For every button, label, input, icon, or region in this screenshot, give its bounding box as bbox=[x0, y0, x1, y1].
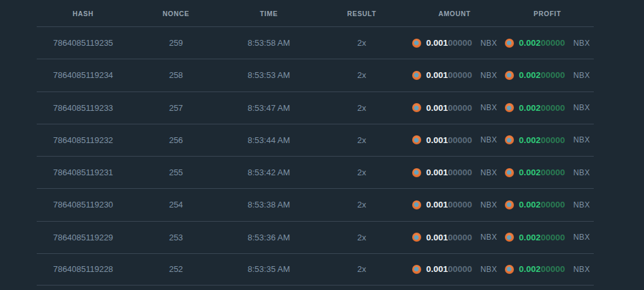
result-cell: 2x bbox=[316, 200, 408, 209]
table-row[interactable]: 7864085119232 256 8:53:44 AM 2x 0.001000… bbox=[37, 124, 594, 156]
amount-cell: 0.00100000 NBX bbox=[408, 233, 501, 242]
hash-cell: 7864085119228 bbox=[37, 264, 129, 274]
result-cell: 2x bbox=[316, 103, 408, 113]
amount-value: 0.00100000 bbox=[426, 38, 472, 48]
profit-cell: 0.00200000 NBX bbox=[501, 135, 594, 145]
hash-cell: 7864085119230 bbox=[37, 200, 129, 209]
profit-currency-label: NBX bbox=[573, 265, 590, 274]
profit-currency-label: NBX bbox=[573, 39, 590, 48]
nonce-cell: 257 bbox=[129, 103, 222, 113]
amount-value: 0.00100000 bbox=[426, 233, 472, 242]
coin-center-dot bbox=[414, 202, 419, 207]
result-cell: 2x bbox=[316, 264, 408, 274]
bet-history-table: HASH NONCE TIME RESULT AMOUNT PROFIT 786… bbox=[37, 0, 594, 285]
coin-center-dot bbox=[414, 41, 419, 45]
coin-icon bbox=[505, 200, 514, 209]
profit-value: 0.00200000 bbox=[519, 264, 565, 274]
profit-currency-label: NBX bbox=[573, 103, 590, 112]
amount-cell: 0.00100000 NBX bbox=[408, 264, 501, 274]
nonce-cell: 259 bbox=[129, 38, 222, 48]
coin-icon bbox=[505, 135, 514, 144]
hash-cell: 7864085119231 bbox=[37, 168, 129, 177]
profit-cell: 0.00200000 NBX bbox=[501, 38, 594, 48]
profit-currency-label: NBX bbox=[573, 71, 590, 80]
amount-cell: 0.00100000 NBX bbox=[408, 168, 501, 177]
hash-cell: 7864085119234 bbox=[37, 70, 129, 80]
time-cell: 8:53:53 AM bbox=[222, 70, 315, 80]
amount-cell: 0.00100000 NBX bbox=[408, 70, 501, 80]
coin-icon bbox=[412, 265, 421, 274]
profit-currency-label: NBX bbox=[573, 200, 590, 209]
table-header-row: HASH NONCE TIME RESULT AMOUNT PROFIT bbox=[37, 0, 594, 26]
coin-icon bbox=[505, 39, 514, 48]
profit-value: 0.00200000 bbox=[519, 38, 565, 48]
profit-value: 0.00200000 bbox=[519, 103, 565, 113]
result-cell: 2x bbox=[316, 38, 408, 48]
coin-icon bbox=[412, 168, 421, 177]
amount-currency-label: NBX bbox=[480, 135, 497, 144]
table-row[interactable]: 7864085119233 257 8:53:47 AM 2x 0.001000… bbox=[37, 92, 594, 124]
table-row[interactable]: 7864085119229 253 8:53:36 AM 2x 0.001000… bbox=[37, 221, 594, 253]
coin-center-dot bbox=[507, 170, 511, 175]
table-body: 7864085119235 259 8:53:58 AM 2x 0.001000… bbox=[37, 26, 594, 285]
coin-icon bbox=[505, 168, 514, 177]
time-cell: 8:53:35 AM bbox=[222, 264, 315, 274]
amount-currency-label: NBX bbox=[480, 200, 497, 209]
profit-currency-label: NBX bbox=[573, 233, 590, 242]
coin-icon bbox=[412, 135, 421, 144]
amount-cell: 0.00100000 NBX bbox=[408, 103, 501, 113]
result-cell: 2x bbox=[316, 233, 408, 242]
amount-currency-label: NBX bbox=[480, 103, 497, 112]
nonce-cell: 256 bbox=[129, 135, 222, 145]
column-header-amount: AMOUNT bbox=[408, 10, 501, 17]
coin-center-dot bbox=[507, 73, 511, 77]
profit-cell: 0.00200000 NBX bbox=[501, 233, 594, 242]
result-cell: 2x bbox=[316, 168, 408, 177]
table-row[interactable]: 7864085119228 252 8:53:35 AM 2x 0.001000… bbox=[37, 253, 594, 285]
amount-value: 0.00100000 bbox=[426, 70, 472, 80]
amount-currency-label: NBX bbox=[480, 71, 497, 80]
amount-currency-label: NBX bbox=[480, 233, 497, 242]
coin-icon bbox=[505, 71, 514, 80]
coin-center-dot bbox=[414, 106, 419, 110]
amount-cell: 0.00100000 NBX bbox=[408, 135, 501, 145]
coin-center-dot bbox=[414, 267, 419, 271]
column-header-profit: PROFIT bbox=[501, 10, 594, 17]
profit-value: 0.00200000 bbox=[519, 168, 565, 177]
profit-cell: 0.00200000 NBX bbox=[501, 200, 594, 209]
amount-value: 0.00100000 bbox=[426, 135, 472, 145]
coin-icon bbox=[505, 265, 514, 274]
table-row[interactable]: 7864085119231 255 8:53:42 AM 2x 0.001000… bbox=[37, 156, 594, 188]
amount-value: 0.00100000 bbox=[426, 168, 472, 177]
coin-center-dot bbox=[507, 106, 511, 110]
table-row[interactable]: 7864085119234 258 8:53:53 AM 2x 0.001000… bbox=[37, 59, 594, 91]
table-row[interactable]: 7864085119235 259 8:53:58 AM 2x 0.001000… bbox=[37, 26, 594, 59]
coin-center-dot bbox=[507, 202, 511, 207]
coin-icon bbox=[412, 39, 421, 48]
time-cell: 8:53:42 AM bbox=[222, 168, 315, 177]
amount-currency-label: NBX bbox=[480, 168, 497, 177]
hash-cell: 7864085119235 bbox=[37, 38, 129, 48]
profit-value: 0.00200000 bbox=[519, 200, 565, 209]
time-cell: 8:53:44 AM bbox=[222, 135, 315, 145]
column-header-hash: HASH bbox=[37, 10, 129, 17]
nonce-cell: 252 bbox=[129, 264, 222, 274]
coin-icon bbox=[412, 103, 421, 112]
column-header-nonce: NONCE bbox=[129, 10, 222, 17]
table-row[interactable]: 7864085119230 254 8:53:38 AM 2x 0.001000… bbox=[37, 188, 594, 220]
profit-cell: 0.00200000 NBX bbox=[501, 103, 594, 113]
coin-icon bbox=[412, 200, 421, 209]
coin-icon bbox=[505, 233, 514, 242]
result-cell: 2x bbox=[316, 70, 408, 80]
nonce-cell: 254 bbox=[129, 200, 222, 209]
time-cell: 8:53:47 AM bbox=[222, 103, 315, 113]
profit-cell: 0.00200000 NBX bbox=[501, 70, 594, 80]
coin-icon bbox=[412, 233, 421, 242]
time-cell: 8:53:36 AM bbox=[222, 233, 315, 242]
profit-value: 0.00200000 bbox=[519, 70, 565, 80]
coin-center-dot bbox=[507, 41, 511, 45]
coin-icon bbox=[412, 71, 421, 80]
coin-icon bbox=[505, 103, 514, 112]
profit-value: 0.00200000 bbox=[519, 135, 565, 145]
coin-center-dot bbox=[414, 138, 419, 142]
